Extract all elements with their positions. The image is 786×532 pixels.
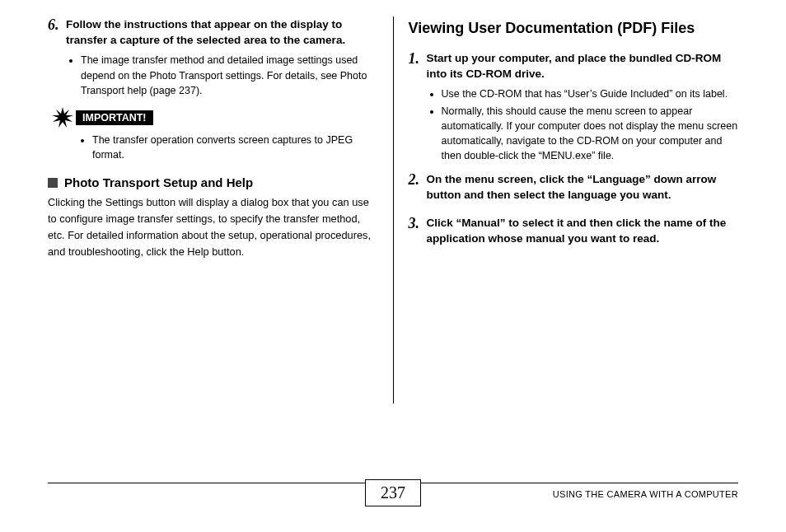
burst-icon	[51, 106, 74, 129]
subheading: Photo Transport Setup and Help	[64, 175, 253, 189]
bullet-item: The image transfer method and detailed i…	[81, 53, 378, 97]
chapter-label: USING THE CAMERA WITH A COMPUTER	[553, 489, 738, 499]
step-number: 6.	[48, 16, 59, 33]
bullet-item: The transfer operation converts screen c…	[92, 133, 378, 162]
important-header: IMPORTANT!	[51, 106, 378, 129]
page-content: 6. Follow the instructions that appear o…	[0, 0, 786, 461]
step-1: 1. Start up your computer, and place the…	[409, 50, 739, 82]
left-column: 6. Follow the instructions that appear o…	[48, 16, 393, 404]
body-paragraph: Clicking the Settings button will displa…	[48, 194, 378, 259]
section-heading: Viewing User Documentation (PDF) Files	[409, 20, 739, 37]
square-icon	[48, 178, 58, 188]
svg-marker-0	[52, 107, 73, 128]
step-number: 3.	[409, 215, 420, 231]
step-text: Click “Manual” to select it and then cli…	[427, 217, 727, 245]
page-footer: 237 USING THE CAMERA WITH A COMPUTER	[48, 483, 738, 516]
bullet-item: Use the CD-ROM that has “User’s Guide In…	[442, 86, 739, 101]
step-3: 3. Click “Manual” to select it and then …	[409, 215, 739, 246]
subheading-row: Photo Transport Setup and Help	[48, 175, 378, 189]
step-6: 6. Follow the instructions that appear o…	[48, 16, 378, 48]
step-2: 2. On the menu screen, click the “Langua…	[409, 171, 739, 203]
step-number: 2.	[409, 171, 420, 188]
page-number: 237	[365, 479, 421, 506]
important-bullets: The transfer operation converts screen c…	[77, 133, 378, 162]
step-6-bullets: The image transfer method and detailed i…	[66, 53, 378, 97]
step-number: 1.	[409, 50, 420, 67]
important-label: IMPORTANT!	[76, 110, 153, 125]
right-column: Viewing User Documentation (PDF) Files 1…	[394, 16, 739, 404]
step-1-bullets: Use the CD-ROM that has “User’s Guide In…	[427, 86, 739, 163]
step-text: Start up your computer, and place the bu…	[427, 52, 722, 80]
step-text: On the menu screen, click the “Language”…	[427, 173, 717, 201]
bullet-item: Normally, this should cause the menu scr…	[442, 104, 739, 164]
step-text: Follow the instructions that appear on t…	[66, 18, 345, 46]
